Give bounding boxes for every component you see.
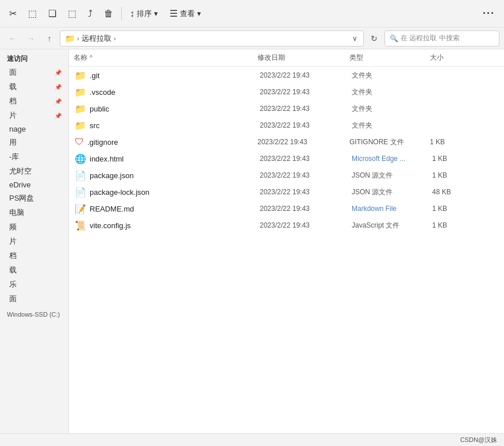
sidebar-item-pictures[interactable]: 片 📌 [2, 109, 66, 122]
copy-icon: ⬚ [28, 8, 37, 19]
refresh-button[interactable]: ↻ [366, 30, 382, 47]
main-area: 速访问 面 📌 载 📌 档 📌 片 📌 nage 用 -库 尤时空 [0, 49, 504, 433]
file-size: 1 KB [432, 171, 498, 179]
cut-icon: ✂ [9, 8, 17, 19]
table-row[interactable]: 📄 package-lock.json 2023/2/22 19:43 JSON… [70, 184, 503, 200]
column-name-header[interactable]: 名称 ^ [74, 53, 257, 63]
file-type: Microsoft Edge ... [352, 155, 432, 163]
sidebar-item-desktop2[interactable]: 面 [2, 292, 66, 306]
sidebar-item-space[interactable]: 尤时空 [2, 164, 66, 178]
table-row[interactable]: 📁 public 2023/2/22 19:43 文件夹 [70, 101, 503, 117]
sidebar-item-photos[interactable]: 片 [2, 234, 66, 248]
sidebar-item-label: 电脑 [9, 207, 24, 218]
statusbar-right: CSDN@汉姝 [460, 436, 497, 444]
column-size-header[interactable]: 大小 [430, 53, 499, 63]
forward-button[interactable]: → [23, 30, 39, 47]
file-pane: 名称 ^ 修改日期 类型 大小 📁 .git 2023/2/22 19:43 文… [69, 49, 504, 433]
file-size: 48 KB [432, 188, 498, 196]
share-button[interactable]: ⤴ [83, 5, 97, 22]
folder-icon: 📁 [75, 120, 86, 131]
file-name: src [90, 121, 260, 130]
copy2-icon: ⬚ [68, 8, 76, 19]
sidebar-item-label: PS网盘 [9, 193, 34, 203]
file-name: .git [90, 71, 260, 80]
table-row[interactable]: 📜 vite.config.js 2023/2/22 19:43 JavaScr… [70, 217, 503, 233]
sidebar-item-apps[interactable]: 用 [2, 136, 66, 149]
column-type-header[interactable]: 类型 [349, 53, 430, 63]
search-bar[interactable]: 🔍 在 远程拉取 中搜索 [384, 30, 499, 47]
file-size: 1 KB [432, 205, 498, 213]
more-button[interactable]: ··· [478, 4, 499, 23]
sidebar-item-label: 载 [9, 82, 17, 92]
sidebar-item-label: 频 [9, 222, 17, 232]
table-row[interactable]: 📁 .git 2023/2/22 19:43 文件夹 [70, 67, 503, 83]
file-name: vite.config.js [90, 221, 260, 230]
address-dropdown-button[interactable]: ∨ [351, 33, 359, 44]
table-row[interactable]: 📄 package.json 2023/2/22 19:43 JSON 源文件 … [70, 167, 503, 183]
delete-icon: 🗑 [104, 9, 113, 19]
back-button[interactable]: ← [5, 30, 21, 47]
table-row[interactable]: 📝 README.md 2023/2/22 19:43 Markdown Fil… [70, 201, 503, 217]
cut-button[interactable]: ✂ [5, 5, 21, 22]
sidebar-item-label: 用 [9, 137, 17, 148]
file-date: 2023/2/22 19:43 [260, 221, 352, 229]
table-row[interactable]: 📁 .vscode 2023/2/22 19:43 文件夹 [70, 84, 503, 100]
sidebar-item-docs2[interactable]: 档 [2, 249, 66, 263]
file-name: .vscode [90, 88, 260, 97]
file-size: 1 KB [430, 138, 498, 146]
table-row[interactable]: 📁 src 2023/2/22 19:43 文件夹 [70, 117, 503, 133]
sidebar-item-documents[interactable]: 档 📌 [2, 94, 66, 108]
name-col-label: 名称 [74, 53, 87, 63]
search-placeholder: 在 远程拉取 中搜索 [401, 33, 460, 43]
column-date-header[interactable]: 修改日期 [257, 53, 349, 63]
sort-button[interactable]: ↕ 排序 ▾ [125, 5, 163, 22]
search-icon: 🔍 [390, 34, 398, 43]
file-size: 1 KB [432, 221, 498, 229]
gitignore-icon: 🛡 [75, 137, 84, 147]
file-name: .gitignore [87, 138, 257, 147]
sidebar-item-image[interactable]: nage [2, 123, 66, 135]
sidebar-item-downloads[interactable]: 载 📌 [2, 80, 66, 94]
sidebar-item-db[interactable]: -库 [2, 150, 66, 164]
file-type: 文件夹 [352, 104, 432, 114]
sidebar-item-wps[interactable]: PS网盘 [2, 191, 66, 205]
toolbar-separator [121, 7, 122, 21]
sort-icon: ↕ [130, 9, 134, 19]
table-row[interactable]: 🛡 .gitignore 2023/2/22 19:43 GITIGNORE 文… [70, 134, 503, 150]
sidebar-item-dl2[interactable]: 载 [2, 263, 66, 277]
up-button[interactable]: ↑ [41, 30, 57, 47]
sidebar-item-music[interactable]: 乐 [2, 278, 66, 291]
file-date: 2023/2/22 19:43 [257, 138, 349, 146]
file-type: JSON 源文件 [352, 171, 432, 180]
file-date: 2023/2/22 19:43 [260, 188, 352, 196]
sidebar-item-desktop[interactable]: 面 📌 [2, 66, 66, 79]
copy-button[interactable]: ⬚ [24, 5, 41, 22]
paste-button[interactable]: ❏ [44, 5, 61, 22]
more-label: ··· [483, 7, 495, 20]
view-chevron-icon: ▾ [197, 9, 201, 18]
sidebar-item-label: 面 [9, 67, 17, 78]
sidebar-item-onedrive[interactable]: eDrive [2, 179, 66, 191]
sidebar-item-label: -库 [9, 152, 19, 162]
file-date: 2023/2/22 19:43 [260, 105, 352, 113]
sidebar-item-label: 载 [9, 265, 17, 275]
table-row[interactable]: 🌐 index.html 2023/2/22 19:43 Microsoft E… [70, 151, 503, 167]
type-col-label: 类型 [349, 53, 363, 61]
sort-arrow-icon: ^ [90, 55, 93, 61]
delete-button[interactable]: 🗑 [99, 5, 118, 22]
json-icon: 📄 [75, 187, 86, 198]
view-button[interactable]: ☰ 查看 ▾ [165, 5, 206, 22]
sidebar-item-video[interactable]: 频 [2, 220, 66, 234]
sidebar-item-pc[interactable]: 电脑 [2, 206, 66, 220]
address-bar[interactable]: 📁 › 远程拉取 › ∨ [60, 30, 364, 47]
js-icon: 📜 [75, 220, 86, 231]
file-header: 名称 ^ 修改日期 类型 大小 [69, 49, 504, 67]
sidebar-item-label: 面 [9, 294, 17, 304]
sidebar: 速访问 面 📌 载 📌 档 📌 片 📌 nage 用 -库 尤时空 [0, 49, 69, 433]
folder-icon: 📁 [75, 70, 86, 81]
sidebar-item-label: eDrive [9, 180, 31, 189]
file-type: 文件夹 [352, 71, 432, 80]
addressbar-row: ← → ↑ 📁 › 远程拉取 › ∨ ↻ 🔍 在 远程拉取 中搜索 [0, 28, 504, 49]
copy2-button[interactable]: ⬚ [63, 5, 81, 22]
path-end-chevron-icon: › [114, 35, 116, 42]
